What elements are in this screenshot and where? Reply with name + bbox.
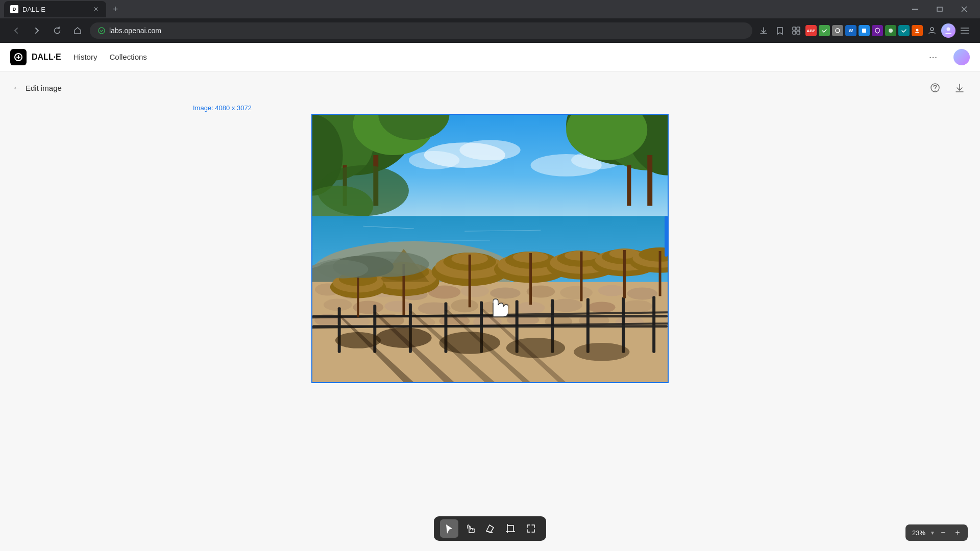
- close-button[interactable]: [952, 0, 976, 18]
- ext-green2-icon[interactable]: [885, 25, 896, 36]
- tab-title: DALL·E: [22, 6, 88, 13]
- tab-favicon: D: [10, 5, 18, 13]
- svg-point-9: [836, 29, 840, 33]
- hand-tool-button[interactable]: [460, 519, 479, 538]
- user-avatar[interactable]: [941, 23, 955, 38]
- active-tab[interactable]: D DALL·E ✕: [4, 1, 106, 17]
- app-name: DALL·E: [32, 53, 61, 62]
- svg-rect-42: [647, 155, 652, 206]
- svg-point-13: [930, 28, 934, 31]
- reload-button[interactable]: [49, 22, 65, 39]
- svg-rect-6: [797, 27, 800, 30]
- profile-icon[interactable]: [925, 23, 939, 38]
- nav-avatar[interactable]: [953, 49, 970, 65]
- crop-tool-button[interactable]: [501, 519, 520, 538]
- logo-icon: [10, 49, 27, 65]
- browser-extensions-icon[interactable]: [789, 23, 803, 38]
- svg-point-11: [889, 29, 893, 33]
- svg-rect-152: [507, 525, 513, 532]
- svg-point-133: [574, 343, 629, 361]
- svg-point-24: [459, 140, 520, 160]
- tab-close-button[interactable]: ✕: [92, 5, 100, 13]
- nav-history[interactable]: History: [74, 53, 97, 61]
- help-icon[interactable]: [927, 80, 943, 96]
- svg-point-20: [935, 90, 935, 90]
- select-tool-button[interactable]: [440, 519, 458, 538]
- svg-point-71: [622, 300, 653, 312]
- browser-toolbar-icons: ABP W: [756, 23, 972, 38]
- ext-teal-icon[interactable]: [898, 25, 910, 36]
- svg-point-62: [324, 298, 352, 311]
- svg-rect-7: [793, 31, 796, 34]
- ext-word-icon[interactable]: W: [845, 25, 856, 36]
- svg-rect-0: [912, 9, 918, 10]
- eraser-tool-button[interactable]: [481, 519, 499, 538]
- svg-point-59: [560, 286, 593, 299]
- zoom-value: 23%: [910, 529, 928, 537]
- image-container: Image: 4080 x 3072: [0, 104, 980, 383]
- zoom-dropdown-arrow[interactable]: ▼: [930, 530, 935, 536]
- svg-rect-1: [937, 7, 942, 11]
- svg-rect-10: [862, 29, 866, 33]
- edit-header: ← Edit image: [0, 71, 980, 104]
- ext-blue2-icon[interactable]: [859, 25, 870, 36]
- ext-shield-icon[interactable]: [872, 25, 883, 36]
- address-input[interactable]: labs.openai.com: [90, 22, 752, 39]
- home-button[interactable]: [69, 22, 86, 39]
- ext-green-icon[interactable]: [819, 25, 830, 36]
- tab-bar: D DALL·E ✕ +: [0, 0, 980, 18]
- svg-point-25: [409, 151, 459, 169]
- browser-chrome: D DALL·E ✕ +: [0, 0, 980, 43]
- forward-button[interactable]: [29, 22, 45, 39]
- svg-point-142: [317, 260, 368, 279]
- svg-point-12: [916, 29, 919, 32]
- svg-rect-143: [665, 216, 668, 257]
- svg-point-14: [947, 28, 950, 31]
- nav-more-button[interactable]: ···: [925, 49, 941, 65]
- svg-point-69: [550, 298, 582, 312]
- new-tab-button[interactable]: +: [108, 2, 122, 16]
- ext-orange-icon[interactable]: [912, 25, 923, 36]
- main-content: ← Edit image Image: 4080 x 3072: [0, 71, 980, 551]
- app-nav: DALL·E History Collections ···: [0, 43, 980, 71]
- window-controls: [903, 0, 976, 18]
- nav-collections[interactable]: Collections: [109, 53, 146, 61]
- download-icon[interactable]: [756, 23, 771, 38]
- app-logo[interactable]: DALL·E: [10, 49, 61, 65]
- svg-point-64: [384, 300, 413, 312]
- edit-actions: [927, 80, 968, 96]
- beach-image: [312, 115, 668, 382]
- image-size-label: Image: 4080 x 3072: [193, 104, 252, 112]
- back-arrow-icon: ←: [12, 83, 21, 93]
- bookmark-icon[interactable]: [773, 23, 787, 38]
- svg-point-60: [598, 285, 626, 296]
- edit-image-label: Edit image: [26, 84, 62, 92]
- svg-rect-41: [627, 165, 631, 206]
- ext-abp-icon[interactable]: ABP: [805, 25, 817, 36]
- zoom-out-button[interactable]: −: [937, 527, 949, 539]
- bottom-toolbar: [434, 516, 546, 541]
- expand-tool-button[interactable]: [522, 519, 540, 538]
- url-text: labs.openai.com: [109, 27, 161, 35]
- zoom-control: 23% ▼ − +: [905, 524, 968, 541]
- download-icon[interactable]: [951, 80, 968, 96]
- zoom-in-button[interactable]: +: [951, 527, 964, 539]
- ext-grey-icon[interactable]: [832, 25, 843, 36]
- back-button[interactable]: [8, 22, 24, 39]
- svg-point-57: [490, 288, 521, 299]
- browser-menu-button[interactable]: [958, 23, 972, 38]
- svg-rect-8: [797, 31, 800, 34]
- svg-point-56: [460, 285, 489, 297]
- maximize-button[interactable]: [928, 0, 951, 18]
- svg-rect-5: [793, 27, 796, 30]
- svg-rect-84: [338, 307, 341, 353]
- minimize-button[interactable]: [903, 0, 927, 18]
- image-display[interactable]: [311, 114, 669, 383]
- nav-avatar-image: [953, 49, 970, 65]
- address-bar: labs.openai.com ABP W: [0, 18, 980, 43]
- svg-point-70: [588, 302, 616, 313]
- svg-point-4: [99, 28, 105, 34]
- back-button[interactable]: ← Edit image: [12, 83, 62, 93]
- svg-point-66: [451, 299, 478, 312]
